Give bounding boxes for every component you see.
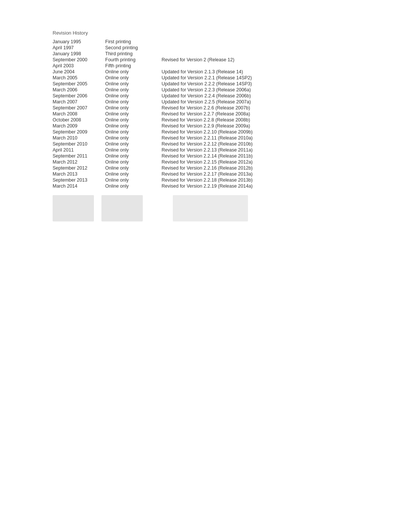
cell-printing: Online only [105,117,162,123]
cell-notes: Updated for Version 2.2.5 (Release 2007a… [162,99,312,105]
cell-date: March 2006 [53,87,105,93]
table-row: September 2005Online onlyUpdated for Ver… [53,81,312,87]
cell-printing: Online only [105,135,162,141]
section-title: Revision History [53,30,346,36]
cell-date: October 2008 [53,117,105,123]
cell-notes: Updated for Version 2.1.3 (Release 14) [162,69,312,75]
cell-printing: First printing [105,39,162,45]
table-row: March 2007Online onlyUpdated for Version… [53,99,312,105]
cell-date: January 1998 [53,51,105,57]
cell-notes [162,45,312,51]
table-row: September 2012Online onlyRevised for Ver… [53,165,312,171]
table-row: June 2004Online onlyUpdated for Version … [53,69,312,75]
table-row: September 2010Online onlyRevised for Ver… [53,141,312,147]
cell-date: April 1997 [53,45,105,51]
cell-printing: Online only [105,105,162,111]
table-row: March 2009Online onlyRevised for Version… [53,123,312,129]
cell-date: March 2008 [53,111,105,117]
cell-date: September 2005 [53,81,105,87]
thumbnail-gap [150,195,165,221]
cell-date: March 2013 [53,171,105,177]
cell-date: September 2011 [53,153,105,159]
table-row: September 2009Online onlyRevised for Ver… [53,129,312,135]
cell-date: January 1995 [53,39,105,45]
cell-printing: Online only [105,177,162,183]
cell-printing: Online only [105,171,162,177]
revision-table: January 1995First printingApril 1997Seco… [53,39,312,189]
cell-notes: Revised for Version 2.2.16 (Release 2012… [162,165,312,171]
table-row: March 2010Online onlyRevised for Version… [53,135,312,141]
table-row: September 2006Online onlyUpdated for Ver… [53,93,312,99]
cell-printing: Online only [105,111,162,117]
cell-notes: Revised for Version 2.2.10 (Release 2009… [162,129,312,135]
cell-date: September 2009 [53,129,105,135]
cell-printing: Online only [105,159,162,165]
thumbnail-2 [101,195,143,221]
cell-notes: Revised for Version 2.2.12 (Release 2010… [162,141,312,147]
table-row: January 1998Third printing [53,51,312,57]
cell-printing: Online only [105,93,162,99]
cell-notes: Revised for Version 2.2.14 (Release 2011… [162,153,312,159]
table-row: September 2007Online onlyRevised for Ver… [53,105,312,111]
cell-date: September 2010 [53,141,105,147]
cell-notes [162,51,312,57]
thumbnail-row [53,195,346,221]
cell-notes: Updated for Version 2.2.1 (Release 14SP2… [162,75,312,81]
cell-notes: Revised for Version 2.2.15 (Release 2012… [162,159,312,165]
table-row: September 2013Online onlyRevised for Ver… [53,177,312,183]
cell-notes: Revised for Version 2.2.17 (Release 2013… [162,171,312,177]
cell-date: March 2009 [53,123,105,129]
cell-date: September 2007 [53,105,105,111]
cell-printing: Online only [105,153,162,159]
cell-notes [162,63,312,69]
cell-printing: Online only [105,129,162,135]
cell-printing: Online only [105,69,162,75]
cell-notes: Revised for Version 2.2.18 (Release 2013… [162,177,312,183]
cell-notes: Revised for Version 2.2.8 (Release 2008b… [162,117,312,123]
cell-printing: Online only [105,147,162,153]
cell-notes: Revised for Version 2.2.19 (Release 2014… [162,183,312,189]
cell-date: September 2013 [53,177,105,183]
table-row: March 2006Online onlyUpdated for Version… [53,87,312,93]
cell-date: March 2014 [53,183,105,189]
cell-date: March 2005 [53,75,105,81]
cell-date: March 2012 [53,159,105,165]
cell-printing: Fourth printing [105,57,162,63]
cell-notes: Updated for Version 2.2.3 (Release 2006a… [162,87,312,93]
table-row: March 2005Online onlyUpdated for Version… [53,75,312,81]
cell-notes: Revised for Version 2.2.6 (Release 2007b… [162,105,312,111]
thumbnail-3 [173,195,248,221]
cell-date: April 2003 [53,63,105,69]
cell-date: April 2011 [53,147,105,153]
table-row: April 1997Second printing [53,45,312,51]
cell-notes: Revised for Version 2.2.9 (Release 2009a… [162,123,312,129]
cell-printing: Online only [105,123,162,129]
cell-printing: Online only [105,87,162,93]
cell-date: March 2007 [53,99,105,105]
table-row: September 2000Fourth printingRevised for… [53,57,312,63]
cell-printing: Third printing [105,51,162,57]
cell-notes: Revised for Version 2.2.7 (Release 2008a… [162,111,312,117]
thumbnail-1 [53,195,94,221]
cell-date: June 2004 [53,69,105,75]
cell-date: September 2000 [53,57,105,63]
cell-notes [162,39,312,45]
table-row: March 2014Online onlyRevised for Version… [53,183,312,189]
cell-notes: Updated for Version 2.2.2 (Release 14SP3… [162,81,312,87]
cell-printing: Online only [105,75,162,81]
table-row: October 2008Online onlyRevised for Versi… [53,117,312,123]
cell-notes: Revised for Version 2.2.13 (Release 2011… [162,147,312,153]
table-row: September 2011Online onlyRevised for Ver… [53,153,312,159]
cell-date: September 2012 [53,165,105,171]
cell-printing: Second printing [105,45,162,51]
table-row: January 1995First printing [53,39,312,45]
cell-printing: Online only [105,165,162,171]
cell-date: September 2006 [53,93,105,99]
table-row: March 2013Online onlyRevised for Version… [53,171,312,177]
table-row: March 2012Online onlyRevised for Version… [53,159,312,165]
cell-notes: Updated for Version 2.2.4 (Release 2006b… [162,93,312,99]
cell-printing: Online only [105,99,162,105]
cell-printing: Fifth printing [105,63,162,69]
cell-printing: Online only [105,141,162,147]
cell-printing: Online only [105,81,162,87]
